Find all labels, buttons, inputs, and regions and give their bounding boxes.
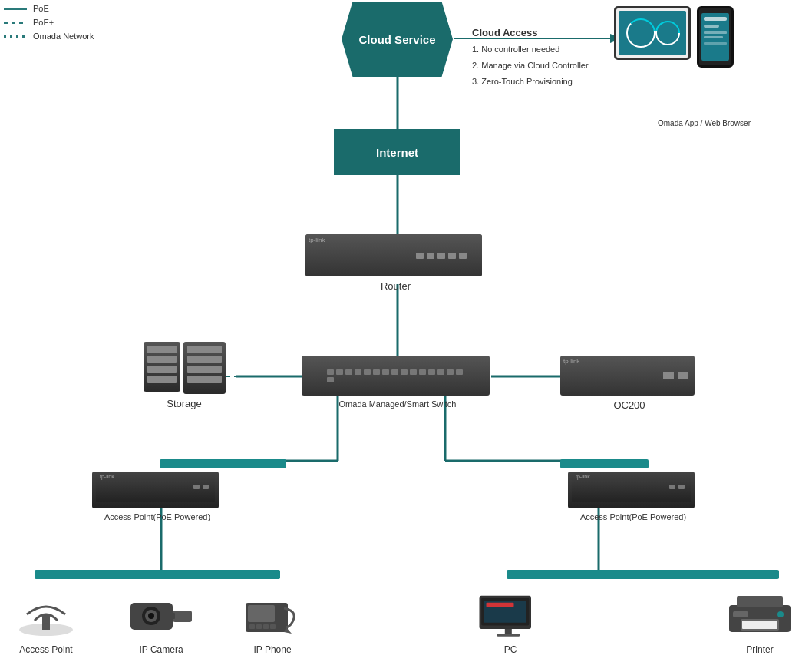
- phone-screen-content: [701, 13, 729, 61]
- cloud-access-title: Cloud Access: [472, 27, 589, 38]
- svg-rect-21: [704, 17, 727, 21]
- printer-icon: [725, 588, 794, 641]
- bottom-device-camera: IP Camera: [119, 588, 203, 655]
- cloud-service-label: Cloud Service: [358, 33, 435, 46]
- nas-unit-2: [183, 342, 226, 394]
- ap-right-port-2: [678, 485, 685, 489]
- switch-center-area: Omada Managed/Smart Switch: [302, 356, 493, 409]
- svg-rect-48: [737, 596, 783, 607]
- sw-port-15: [456, 369, 463, 375]
- storage-units: [134, 342, 234, 394]
- svg-rect-51: [733, 611, 748, 617]
- bottom-device-ap: Access Point: [8, 588, 84, 655]
- ap-right-image: tp-link: [568, 472, 695, 508]
- cloud-service-box: Cloud Service: [342, 2, 453, 77]
- sw-port-11: [419, 369, 426, 375]
- router-image: tp-link: [305, 234, 482, 276]
- phone-device: [697, 6, 734, 68]
- phone-svg: [242, 591, 303, 637]
- ap-left-area: tp-link Access Point(PoE Powered): [92, 468, 223, 521]
- phone-screen: [701, 13, 729, 61]
- router-brand-logo: tp-link: [309, 237, 325, 243]
- cloud-access-list: 1. No controller needed 2. Manage via Cl…: [472, 41, 589, 90]
- ctrl-port-1: [663, 372, 674, 379]
- svg-rect-37: [249, 624, 255, 629]
- router-area: tp-link Router: [305, 234, 486, 292]
- legend-item-poe: PoE: [4, 4, 94, 13]
- legend-line-omada: [4, 35, 27, 38]
- controller-image: tp-link: [560, 356, 695, 396]
- sw-port-8: [391, 369, 398, 375]
- nas-bay-2d: [187, 376, 222, 383]
- ap-right-brand: tp-link: [576, 474, 590, 479]
- legend-label-poeplus: PoE+: [33, 18, 54, 27]
- router-body: tp-link: [305, 234, 482, 276]
- ap-left-ports: [193, 485, 209, 489]
- sw-port-7: [382, 369, 389, 375]
- controller-label: OC200: [560, 399, 698, 411]
- router-port-4: [448, 253, 456, 259]
- ctrl-port-2: [678, 372, 688, 379]
- legend-line-poe: [4, 8, 27, 10]
- ap-svg: [15, 591, 77, 637]
- devices-caption: Omada App / Web Browser: [610, 119, 798, 127]
- storage-label: Storage: [134, 398, 234, 409]
- cloud-devices-group: [614, 6, 734, 68]
- switch-ports: [327, 369, 465, 382]
- sw-port-4: [355, 369, 361, 375]
- teal-bar-right: [560, 459, 649, 468]
- ap-left-image: tp-link: [92, 472, 219, 508]
- phone-icon: [238, 588, 307, 641]
- tablet-screen: [619, 11, 686, 55]
- ap-left-brand: tp-link: [100, 474, 114, 479]
- svg-rect-46: [487, 602, 514, 606]
- switch-image: [302, 356, 490, 396]
- router-port-3: [437, 253, 445, 259]
- nas-bay-1c: [147, 366, 177, 373]
- monitor-svg: [476, 590, 545, 640]
- sw-port-3: [345, 369, 352, 375]
- sw-port-12: [428, 369, 435, 375]
- bottom-device-ap-label: Access Point: [8, 644, 84, 655]
- bottom-device-printer-label: Printer: [721, 644, 798, 655]
- internet-box: Internet: [334, 129, 460, 175]
- ap-right-ports: [669, 485, 685, 489]
- svg-point-32: [148, 613, 154, 619]
- controller-area: tp-link OC200: [560, 356, 698, 411]
- svg-rect-24: [704, 36, 723, 38]
- bottom-device-pc: PC: [468, 588, 553, 655]
- bottom-device-pc-label: PC: [468, 644, 553, 655]
- svg-rect-44: [497, 634, 520, 637]
- sw-port-2: [336, 369, 343, 375]
- nas-unit-1: [144, 342, 180, 392]
- svg-rect-39: [263, 624, 269, 629]
- router-label: Router: [305, 280, 486, 292]
- printer-svg: [725, 590, 794, 640]
- nas-bays-1: [147, 346, 177, 386]
- svg-rect-50: [742, 621, 777, 629]
- cloud-access-item-1: 1. No controller needed: [472, 41, 589, 58]
- bottom-device-printer: Printer: [721, 588, 798, 655]
- camera-svg: [127, 591, 196, 637]
- ap-left-port-2: [203, 485, 209, 489]
- ap-icon: [12, 588, 81, 641]
- svg-rect-25: [704, 42, 727, 45]
- router-port-2: [427, 253, 434, 259]
- svg-point-52: [777, 611, 784, 617]
- teal-bar-bottom-left: [35, 570, 280, 579]
- nas-bay-1b: [147, 356, 177, 363]
- camera-icon: [127, 588, 196, 641]
- nas-bay-1a: [147, 346, 177, 353]
- svg-rect-38: [256, 624, 262, 629]
- ap-right-port-1: [669, 485, 675, 489]
- legend-item-omada: Omada Network: [4, 31, 94, 41]
- ap-left-label: Access Point(PoE Powered): [92, 512, 223, 521]
- bottom-device-phone-label: IP Phone: [234, 644, 311, 655]
- svg-rect-22: [704, 25, 719, 28]
- cloud-access-item-3: 3. Zero-Touch Provisioning: [472, 74, 589, 90]
- sw-port-13: [437, 369, 444, 375]
- svg-rect-23: [704, 31, 727, 34]
- sw-port-14: [447, 369, 454, 375]
- monitor-icon: [476, 588, 545, 641]
- nas-bay-2c: [187, 366, 222, 373]
